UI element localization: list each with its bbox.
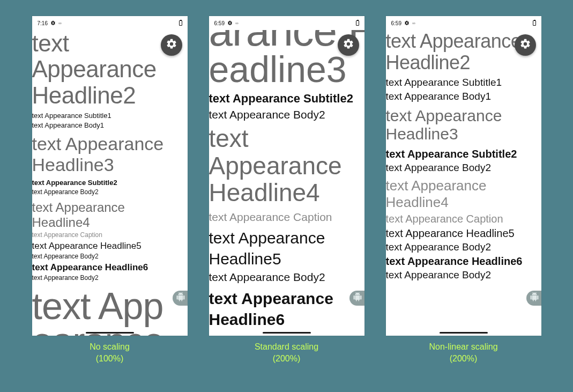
android-debug-tab[interactable] <box>349 291 364 306</box>
status-bar: 6:59 ∞ <box>386 16 541 30</box>
panel-no-scaling: 7:16 ∞ text Appearance Headline2 text Ap… <box>32 16 188 364</box>
gear-icon <box>519 38 531 52</box>
body2-text: text Appearance Body2 <box>32 253 185 261</box>
panel-standard-scaling: 6:59 ∞ arance H eadline3 text Appearance… <box>209 16 364 364</box>
navigation-handle[interactable] <box>263 332 311 334</box>
phone-screen-nonlinear-scaling: 6:59 ∞ text Appearance Headline2 text Ap… <box>386 16 541 336</box>
headline3-text: text Appearance Headline3 <box>386 107 539 144</box>
headline5-text: text Appearance Headline5 <box>386 226 539 240</box>
status-time: 6:59 <box>214 20 225 26</box>
caption-text: text Appearance Caption <box>209 210 362 224</box>
android-icon <box>353 292 362 304</box>
caption-line1: Standard scaling <box>255 341 318 353</box>
body1-text: text Appearance Body1 <box>32 121 185 130</box>
body2-text: text Appearance Body2 <box>386 241 539 254</box>
overflow-headline-line2: eadline3 <box>209 51 362 88</box>
subtitle1-text: text Appearance Subtitle1 <box>32 112 185 121</box>
battery-icon <box>533 20 536 26</box>
body2-text: text Appearance Body2 <box>32 274 185 283</box>
body2-text: text Appearance Body2 <box>209 107 362 122</box>
caption-text: text Appearance Caption <box>32 231 185 240</box>
settings-fab[interactable] <box>515 34 536 56</box>
caption-line2: (200%) <box>255 353 318 365</box>
navigation-handle[interactable] <box>440 332 488 334</box>
caption-line2: (100%) <box>90 353 130 365</box>
caption-line2: (200%) <box>429 353 497 365</box>
subtitle2-text: text Appearance Subtitle2 <box>32 179 185 188</box>
gear-icon <box>343 38 354 52</box>
status-bar: 6:59 ∞ <box>209 16 364 30</box>
status-bar: 7:16 ∞ <box>32 16 188 30</box>
gear-icon <box>404 20 410 26</box>
caption-line1: No scaling <box>90 341 130 353</box>
headline6-text: text Appearance Headline6 <box>32 262 185 273</box>
android-debug-tab[interactable] <box>526 291 541 306</box>
content-area: text Appearance Headline2 text Appearanc… <box>386 30 541 336</box>
settings-fab[interactable] <box>338 34 359 56</box>
status-dots: ∞ <box>235 21 239 26</box>
headline4-text: text Appearance Headline4 <box>209 125 362 206</box>
gear-icon <box>227 20 233 26</box>
status-dots: ∞ <box>412 21 416 26</box>
subtitle2-text: text Appearance Subtitle2 <box>209 91 362 107</box>
content-area: text Appearance Headline2 text Appearanc… <box>32 30 188 336</box>
status-time: 7:16 <box>38 20 48 26</box>
subtitle1-text: text Appearance Subtitle1 <box>386 76 539 90</box>
body2-text: text Appearance Body2 <box>386 161 539 175</box>
subtitle2-text: text Appearance Subtitle2 <box>386 147 539 161</box>
android-icon <box>176 292 185 304</box>
content-area: arance H eadline3 text Appearance Subtit… <box>209 30 364 336</box>
headline3-text: text Appearance Headline3 <box>32 134 185 175</box>
battery-icon <box>356 20 359 26</box>
android-icon <box>530 292 539 304</box>
status-dots: ∞ <box>58 21 62 26</box>
android-debug-tab[interactable] <box>173 291 188 306</box>
body2-text: text Appearance Body2 <box>386 269 539 282</box>
caption-text: text Appearance Caption <box>386 212 539 226</box>
phone-screen-standard-scaling: 6:59 ∞ arance H eadline3 text Appearance… <box>209 16 364 336</box>
headline6-text: text Appearance Headline6 <box>209 288 362 330</box>
overflow-headline-line1: text App <box>32 287 185 325</box>
panel-nonlinear-scaling: 6:59 ∞ text Appearance Headline2 text Ap… <box>386 16 541 364</box>
headline4-text: text Appearance Headline4 <box>386 177 539 211</box>
overflow-headline-line2: earance <box>32 322 185 336</box>
battery-icon <box>179 20 182 26</box>
panel-caption: Non-linear scaling (200%) <box>429 341 497 364</box>
headline5-text: text Appearance Headline5 <box>32 240 185 252</box>
headline5-text: text Appearance Headline5 <box>209 227 362 269</box>
panel-caption: Standard scaling (200%) <box>255 341 318 364</box>
body1-text: text Appearance Body1 <box>386 90 539 103</box>
status-time: 6:59 <box>391 20 401 26</box>
navigation-handle[interactable] <box>86 332 134 334</box>
headline4-text: text Appearance Headline4 <box>32 200 185 231</box>
gear-icon <box>50 20 56 26</box>
headline2-text: text Appearance Headline2 <box>386 31 539 73</box>
body2-text: text Appearance Body2 <box>32 188 185 197</box>
headline6-text: text Appearance Headline6 <box>386 254 539 268</box>
body2-text: text Appearance Body2 <box>209 270 362 284</box>
gear-icon <box>166 38 177 52</box>
caption-line1: Non-linear scaling <box>429 341 497 353</box>
phone-screen-no-scaling: 7:16 ∞ text Appearance Headline2 text Ap… <box>32 16 188 336</box>
panel-caption: No scaling (100%) <box>90 341 130 364</box>
settings-fab[interactable] <box>161 34 182 56</box>
